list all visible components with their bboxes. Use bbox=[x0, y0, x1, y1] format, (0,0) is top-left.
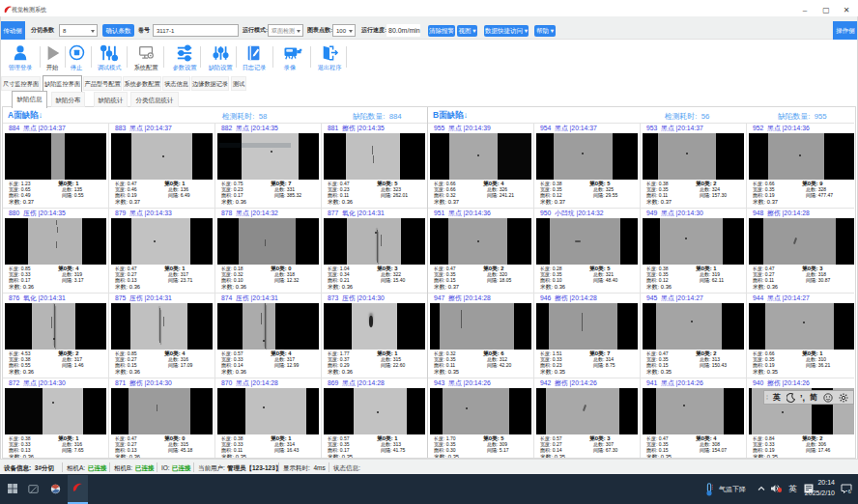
svg-text:6: 6 bbox=[848, 489, 851, 494]
